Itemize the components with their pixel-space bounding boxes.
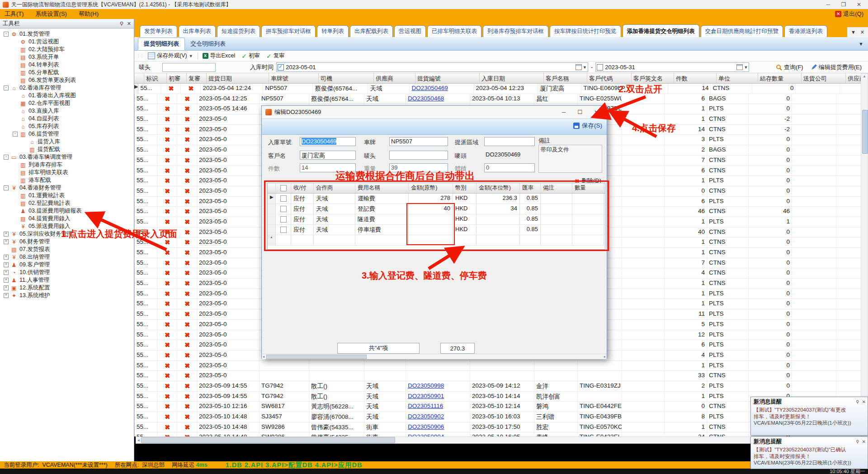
tab-转单列表[interactable]: 转单列表 bbox=[317, 25, 349, 37]
tab-香港派送列表[interactable]: 香港派送列表 bbox=[784, 25, 827, 37]
sidebar-item-05.库存列表[interactable]: ⌂05.库存列表 bbox=[0, 123, 134, 130]
tab-添加香港提货交仓明细列表[interactable]: 添加香港提货交仓明细列表 bbox=[623, 24, 699, 37]
sidebar-item-02.大陆预排车[interactable]: ▥02.大陆预排车 bbox=[0, 46, 134, 53]
tab-拼车预排车对话框[interactable]: 拼车预排车对话框 bbox=[261, 25, 316, 37]
export-excel-button[interactable]: X 导出Excel bbox=[201, 52, 237, 60]
sidebar-item-09.客户管理[interactable]: +♟09.客户管理 bbox=[0, 261, 134, 269]
subtab-dropdown-icon[interactable]: ▼ bbox=[859, 41, 868, 47]
order-link[interactable]: DO23051116 bbox=[406, 402, 470, 412]
sidebar-item-01.营运视图[interactable]: ⚙01.营运视图 bbox=[0, 38, 134, 46]
sidebar-item-01.香港出入库视图[interactable]: ⌂01.香港出入库视图 bbox=[0, 92, 134, 100]
toast-close-icon[interactable]: ✕ bbox=[862, 439, 866, 444]
column-header-供应商单号[interactable]: 供应商单号 bbox=[846, 73, 861, 83]
dialog-horizontal-scrollbar[interactable]: ◂ ▸ bbox=[262, 354, 607, 359]
table-row[interactable]: 55...✖✖2023-05-033CTNS0 bbox=[134, 371, 861, 381]
sidebar-item-到港库存排车[interactable]: ▥到港库存排车 bbox=[0, 161, 134, 169]
sidebar-close-icon[interactable]: ✕ bbox=[127, 21, 131, 27]
first-audit-button[interactable]: ✓ 初审 bbox=[240, 52, 262, 60]
sidebar-item-03.香港车辆调度管理[interactable]: -▭03.香港车辆调度管理 bbox=[0, 153, 134, 161]
sidebar-item-04.转单列表[interactable]: ▤04.转单列表 bbox=[0, 61, 134, 69]
tab-短途提货列表[interactable]: 短途提货列表 bbox=[217, 25, 260, 37]
sidebar-item-10.供销管理[interactable]: +◔10.供销管理 bbox=[0, 269, 134, 276]
toast-notification[interactable]: 新消息提醒⚲✕【测试】"TY23052204037(测试)"有更改排车，请及时更… bbox=[750, 397, 868, 436]
date-from-checkbox[interactable] bbox=[278, 64, 284, 71]
calendar-icon[interactable] bbox=[576, 64, 582, 70]
sidebar-item-12.系统配置[interactable]: +▣12.系统配置 bbox=[0, 284, 134, 292]
subtab-交仓明细列表[interactable]: 交仓明细列表 bbox=[185, 38, 231, 50]
column-header-結存數量[interactable]: 結存數量 bbox=[758, 73, 802, 83]
close-button[interactable]: ✕ bbox=[853, 1, 865, 8]
chevron-down-icon[interactable]: ▼ bbox=[583, 65, 587, 70]
pin-icon[interactable]: ⚲ bbox=[856, 439, 859, 444]
dialog-minimize-button[interactable]: ─ bbox=[557, 109, 571, 115]
sidebar-item-02.登記費統計表[interactable]: ▤02.登記費統計表 bbox=[0, 199, 134, 207]
tab-发货单列表[interactable]: 发货单列表 bbox=[140, 25, 177, 37]
sidebar-item-08.出纳管理[interactable]: +¥08.出纳管理 bbox=[0, 253, 134, 261]
order-link[interactable] bbox=[406, 361, 470, 371]
order-link[interactable]: DO23050901 bbox=[406, 392, 470, 402]
dialog-close-button[interactable]: ✕ bbox=[590, 109, 603, 115]
column-header-标识[interactable]: 标识 bbox=[144, 73, 167, 83]
column-header-供應商[interactable]: 供應商 bbox=[374, 73, 415, 83]
sidebar-item-排车明细关联表[interactable]: ▤排车明细关联表 bbox=[0, 169, 134, 176]
sidebar-item-提货入库[interactable]: ⌂提货入库 bbox=[0, 138, 134, 146]
sidebar-item-07.发货报表[interactable]: ▤07.发货报表 bbox=[0, 246, 134, 253]
sidebar-item-港车配载[interactable]: ▥港车配载 bbox=[0, 176, 134, 184]
collapse-icon[interactable]: - bbox=[13, 132, 18, 137]
sidebar-item-04.自提列表[interactable]: ⌂04.自提列表 bbox=[0, 115, 134, 123]
order-link[interactable]: DO23050904 bbox=[406, 432, 470, 436]
tab-营运视图[interactable]: 营运视图 bbox=[394, 25, 426, 37]
edit-fee-button[interactable]: 编辑提货费用(E) bbox=[811, 63, 862, 71]
tab-到港库存预排车对话框[interactable]: 到港库存预排车对话框 bbox=[483, 25, 548, 37]
tab-交倉日期供應商統計打印預覽[interactable]: 交倉日期供應商統計打印預覽 bbox=[701, 25, 783, 37]
table-row[interactable]: 55...✖✖2023-05-09 14:55TG7942散工()天域DO230… bbox=[134, 381, 861, 392]
scrollbar-thumb[interactable] bbox=[862, 110, 868, 154]
scroll-left-icon[interactable]: ◂ bbox=[263, 355, 264, 359]
sidebar-item-01.发货管理[interactable]: -⚙01.发货管理 bbox=[0, 30, 134, 38]
date-to-checkbox[interactable] bbox=[597, 64, 603, 71]
area-input[interactable] bbox=[484, 137, 535, 146]
menu-help[interactable]: 帮助(H) bbox=[79, 10, 99, 18]
remark-box[interactable]: 带印及文件 bbox=[538, 145, 602, 173]
table-row[interactable]: ▶55...✖✖2023-05-04 12:24NP5507蔡俊傑(65764.… bbox=[134, 84, 861, 94]
tab-出库配载列表[interactable]: 出库配载列表 bbox=[350, 25, 393, 37]
date-to-control[interactable]: 2023-05-31 ▼ bbox=[595, 62, 749, 72]
column-header-司機[interactable]: 司機 bbox=[319, 73, 374, 83]
collapse-icon[interactable]: - bbox=[4, 85, 9, 90]
table-row[interactable]: 55...✖✖2023-05-04 12:25NP5507蔡俊傑(65764..… bbox=[134, 94, 861, 104]
expand-icon[interactable]: + bbox=[4, 278, 9, 283]
scroll-up-icon[interactable]: ▴ bbox=[863, 74, 866, 78]
order-link[interactable]: DO23050468 bbox=[406, 94, 470, 104]
pin-icon[interactable]: ⚲ bbox=[856, 399, 859, 404]
order-no-input[interactable]: DO23050469 bbox=[300, 137, 356, 146]
menu-settings[interactable]: 系统设置(S) bbox=[36, 10, 67, 18]
scrollbar-thumb[interactable] bbox=[141, 437, 395, 443]
exit-button[interactable]: ✕ 退出(Q) bbox=[835, 10, 863, 18]
sidebar-item-03.系统开单[interactable]: ▤03.系统开单 bbox=[0, 53, 134, 61]
sidebar-item-02.香港库存管理[interactable]: -⌂02.香港库存管理 bbox=[0, 84, 134, 92]
order-link[interactable]: DO23050998 bbox=[406, 381, 470, 391]
dialog-maximize-button[interactable]: ☐ bbox=[573, 109, 587, 115]
customer-input[interactable]: 厦门宏高 bbox=[300, 151, 356, 160]
collapse-icon[interactable]: - bbox=[4, 32, 9, 37]
column-header-入庫日期[interactable]: 入庫日期 bbox=[480, 73, 544, 83]
column-header-客戶名稱[interactable]: 客戶名稱 bbox=[544, 73, 587, 83]
sidebar-item-提货配载[interactable]: ▥提货配载 bbox=[0, 146, 134, 153]
collapse-icon[interactable]: - bbox=[4, 155, 9, 160]
query-button[interactable]: 查询(F) bbox=[776, 63, 803, 71]
vertical-scrollbar[interactable]: ▴ ▾ bbox=[861, 73, 868, 444]
calendar-icon[interactable] bbox=[736, 64, 743, 70]
sidebar-item-04.香港财务管理[interactable]: -¥04.香港财务管理 bbox=[0, 184, 134, 192]
sidebar-item-02.仓库平面视图[interactable]: ▦02.仓库平面视图 bbox=[0, 100, 134, 107]
chevron-down-icon[interactable]: ▼ bbox=[744, 65, 748, 70]
tab-已排车明细关联表[interactable]: 已排车明细关联表 bbox=[427, 25, 481, 37]
order-link[interactable]: DO23050902 bbox=[406, 412, 470, 422]
column-header-件数[interactable]: 件数 bbox=[674, 73, 717, 83]
menu-tools[interactable]: 工具(T) bbox=[5, 10, 24, 18]
scroll-left-icon[interactable]: ◂ bbox=[136, 438, 141, 442]
sidebar-item-04.提貨費用錄入[interactable]: ▤04.提貨費用錄入 bbox=[0, 215, 134, 223]
expand-icon[interactable]: + bbox=[4, 239, 9, 244]
column-header-初審[interactable]: 初審 bbox=[167, 73, 187, 83]
mark-input[interactable] bbox=[389, 151, 448, 160]
second-audit-button[interactable]: ✓ 复审 bbox=[264, 52, 287, 60]
